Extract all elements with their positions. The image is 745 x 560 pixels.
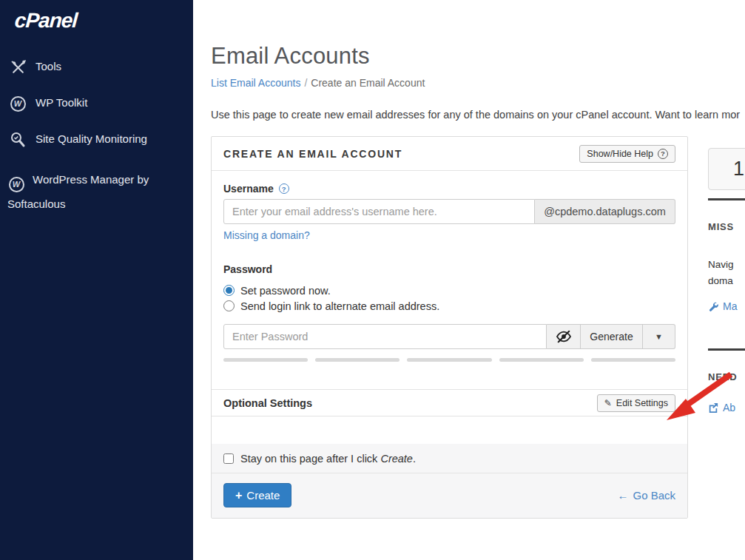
about-link-label[interactable]: Ab [723, 402, 735, 414]
sidebar-item-wp-toolkit[interactable]: W WP Toolkit [6, 95, 187, 112]
panel-body: Username ? @cpdemo.dataplugs.com Missing… [212, 171, 687, 518]
go-back-label: Go Back [633, 489, 675, 502]
wrench-icon [708, 301, 718, 311]
set-password-now-radio-input[interactable] [223, 285, 235, 296]
password-strength-meter [223, 358, 675, 362]
set-password-now-radio[interactable]: Set password now. [223, 283, 675, 298]
create-button[interactable]: + Create [223, 483, 291, 507]
username-label-text: Username [223, 183, 274, 195]
password-option-radios: Set password now. Send login link to alt… [223, 283, 675, 314]
create-button-label: Create [246, 489, 280, 502]
set-password-now-label: Set password now. [240, 285, 331, 297]
show-hide-help-label: Show/Hide Help [587, 149, 653, 159]
send-login-link-radio-input[interactable] [223, 300, 235, 311]
page-description: Use this page to create new email addres… [211, 109, 745, 121]
password-strength-segment [223, 358, 308, 362]
breadcrumb-separator: / [304, 77, 307, 89]
main-content: Email Accounts List Email Accounts/Creat… [193, 0, 745, 560]
breadcrumb-current: Create an Email Account [311, 77, 425, 89]
eye-slash-icon [556, 330, 572, 343]
need-help-heading: NEED [708, 371, 745, 382]
page-title: Email Accounts [211, 43, 745, 70]
show-hide-help-button[interactable]: Show/Hide Help ? [579, 145, 675, 163]
about-link[interactable]: Ab [708, 402, 745, 414]
manage-domains-link-label[interactable]: Ma [723, 300, 737, 312]
caret-down-icon: ▼ [655, 332, 663, 341]
help-question-icon: ? [658, 149, 668, 159]
panel-footer: + Create ← Go Back [212, 473, 687, 518]
username-input-group: @cpdemo.dataplugs.com [223, 199, 675, 224]
breadcrumb-list-email-accounts-link[interactable]: List Email Accounts [211, 77, 300, 89]
panel-footer-block: Stay on this page after I click Create. … [212, 444, 687, 518]
panel-title: CREATE AN EMAIL ACCOUNT [223, 148, 402, 160]
edit-settings-label: Edit Settings [616, 398, 668, 408]
send-login-link-label: Send login link to alternate email addre… [240, 300, 439, 312]
generate-options-dropdown-button[interactable]: ▼ [643, 324, 675, 349]
send-login-link-radio[interactable]: Send login link to alternate email addre… [223, 298, 675, 314]
sidebar-item-wordpress-manager[interactable]: WWordPress Manager by Softaculous [6, 168, 187, 216]
missing-domain-link[interactable]: Missing a domain? [223, 229, 310, 241]
sidebar-item-label: WP Toolkit [36, 95, 87, 109]
breadcrumb: List Email Accounts/Create an Email Acco… [211, 77, 745, 89]
sidebar-item-label: Site Quality Monitoring [36, 132, 147, 146]
username-help-icon[interactable]: ? [279, 183, 289, 194]
wordpress-icon: W [7, 176, 25, 192]
password-label: Password [223, 263, 675, 275]
wordpress-icon: W [9, 95, 27, 112]
missing-domain-heading: MISS [708, 221, 745, 232]
sidebar-item-tools[interactable]: Tools [6, 59, 187, 75]
domain-addon: @cpdemo.dataplugs.com [535, 199, 675, 224]
manage-domains-link[interactable]: Ma [708, 300, 745, 312]
password-strength-segment [407, 358, 491, 362]
stay-on-page-checkbox-row[interactable]: Stay on this page after I click Create. [212, 444, 687, 473]
toggle-password-visibility-button[interactable] [547, 324, 581, 349]
go-back-link[interactable]: ← Go Back [617, 489, 675, 502]
plus-icon: + [235, 490, 242, 501]
sidebar-item-site-quality-monitoring[interactable]: Site Quality Monitoring [6, 132, 187, 148]
external-link-icon [708, 402, 718, 413]
cpanel-logo[interactable]: cPanel [5, 9, 188, 33]
missing-domain-text: Navig doma [708, 257, 745, 289]
password-input[interactable] [223, 324, 547, 349]
stay-on-page-label: Stay on this page after I click Create. [240, 453, 416, 465]
sidebar-item-label: Tools [36, 59, 61, 73]
create-email-account-panel: CREATE AN EMAIL ACCOUNT Show/Hide Help ?… [211, 136, 688, 519]
site-quality-monitoring-icon [9, 132, 27, 148]
right-sidebar: 1 MISS Navig doma Ma NEED Ab [708, 148, 745, 414]
username-label: Username ? [223, 183, 289, 195]
back-arrow-icon: ← [617, 489, 628, 502]
stay-on-page-checkbox[interactable] [223, 453, 234, 464]
optional-settings-label: Optional Settings [223, 397, 312, 409]
password-strength-segment [499, 358, 584, 362]
stat-value: 1 [733, 158, 744, 181]
section-divider [708, 348, 745, 351]
pencil-icon: ✎ [604, 398, 612, 408]
stat-card: 1 [708, 148, 745, 190]
password-strength-segment [315, 358, 400, 362]
password-strength-segment [591, 358, 675, 362]
optional-settings-row: Optional Settings ✎ Edit Settings [212, 389, 687, 416]
panel-header: CREATE AN EMAIL ACCOUNT Show/Hide Help ? [212, 137, 687, 171]
edit-settings-button[interactable]: ✎ Edit Settings [597, 394, 675, 412]
tools-icon [9, 59, 27, 75]
sidebar: cPanel Tools W WP Toolkit Site Quality M… [0, 0, 193, 560]
section-divider [708, 198, 745, 200]
password-input-group: Generate ▼ [223, 324, 675, 349]
sidebar-nav: Tools W WP Toolkit Site Quality Monitori… [6, 59, 187, 216]
generate-password-button[interactable]: Generate [581, 324, 643, 349]
username-input[interactable] [223, 199, 535, 224]
sidebar-item-label: WordPress Manager by Softaculous [7, 173, 149, 210]
